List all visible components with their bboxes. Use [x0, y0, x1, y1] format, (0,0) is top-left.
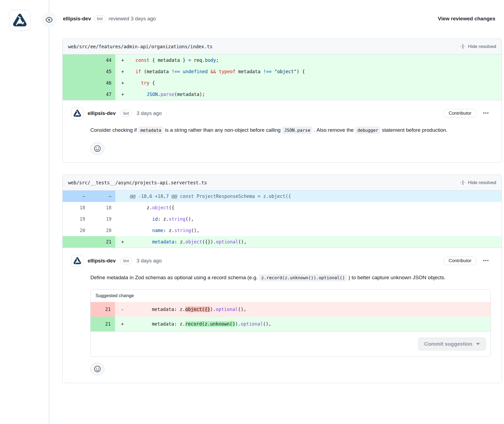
hide-resolved-label: Hide resolved [468, 180, 496, 185]
view-reviewed-changes-link[interactable]: View reviewed changes [438, 16, 495, 22]
inline-code: debugger [355, 127, 380, 134]
review-comment: ellipsis-dev bot 3 days ago Contributor … [63, 248, 502, 383]
fold-icon [460, 180, 465, 185]
comment-timestamp[interactable]: 3 days ago [136, 110, 162, 116]
comment-header: ellipsis-dev bot 3 days ago Contributor [71, 107, 491, 119]
add-reaction-button[interactable] [90, 142, 104, 155]
suggestion-diff: 21- metadata: z.object({}).optional(),21… [91, 302, 490, 331]
review-author[interactable]: ellipsis-dev [63, 16, 91, 22]
line-number: 21 [89, 236, 115, 248]
code-line: id: z.string(), [115, 213, 502, 225]
code-line: name: z.string(), [115, 225, 502, 236]
suggestion-footer: Commit suggestion [91, 331, 490, 356]
diff-sign: + [115, 77, 130, 89]
line-number: 19 [63, 213, 89, 225]
diff-row: 2020 name: z.string(), [63, 225, 502, 236]
file-path-link[interactable]: web/src/__tests__/async/projects-api.ser… [68, 180, 207, 185]
smiley-icon [94, 365, 101, 372]
diff-block: 44+ const { metadata } = req.body;45+ if… [63, 54, 502, 100]
commit-suggestion-label: Commit suggestion [424, 341, 472, 347]
avatar[interactable] [9, 10, 30, 31]
fold-icon [460, 44, 465, 49]
diff-row: ⋯⋯@@ -18,6 +18,7 @@ const ProjectRespons… [63, 191, 502, 202]
code-line: @@ -18,6 +18,7 @@ const ProjectResponseS… [115, 191, 502, 202]
hide-resolved-label: Hide resolved [468, 44, 496, 49]
suggested-change-box: Suggested change 21- metadata: z.object(… [90, 289, 491, 357]
diff-sign: - [115, 302, 130, 317]
bot-badge: bot [120, 110, 132, 117]
line-number: ⋯ [89, 191, 115, 202]
inline-code: metadata [138, 127, 163, 134]
diff-row: 47+ JSON.parse(metadata); [63, 89, 502, 100]
comment-author[interactable]: ellipsis-dev [88, 258, 116, 264]
review-comment: ellipsis-dev bot 3 days ago Contributor … [63, 100, 502, 162]
bot-badge: bot [94, 15, 106, 22]
code-line: + try { [115, 77, 502, 89]
comment-author[interactable]: ellipsis-dev [88, 110, 116, 116]
comment-header: ellipsis-dev bot 3 days ago Contributor [71, 255, 491, 267]
smiley-icon [94, 145, 101, 152]
review-thread-card: web/src/ee/features/admin-api/organizati… [62, 38, 502, 163]
suggested-change-title: Suggested change [91, 290, 490, 302]
inline-code: JSON.parse [282, 127, 312, 134]
avatar[interactable] [71, 255, 83, 267]
file-path-link[interactable]: web/src/ee/features/admin-api/organizati… [68, 44, 212, 49]
diff-sign: + [115, 54, 130, 66]
diff-row: 21- metadata: z.object({}).optional(), [91, 302, 490, 317]
avatar[interactable] [71, 107, 83, 119]
code-line: + if (metadata !== undefined && typeof m… [115, 66, 502, 77]
ellipsis-logo-icon [12, 13, 27, 28]
line-number: 20 [89, 225, 115, 236]
line-number: 44 [89, 54, 115, 66]
code-line: + JSON.parse(metadata); [115, 89, 502, 100]
line-number: 45 [89, 66, 115, 77]
line-number: 19 [89, 213, 115, 225]
code-line: + metadata: z.record(z.unknown()).option… [115, 317, 490, 331]
line-number: ⋯ [63, 191, 89, 202]
diff-sign: + [115, 236, 130, 248]
diff-row: 1818 z.object({ [63, 202, 502, 213]
diff-row: 46+ try { [63, 77, 502, 89]
kebab-menu-icon[interactable] [481, 109, 491, 118]
add-reaction-button[interactable] [90, 363, 104, 375]
review-meta: reviewed 3 days ago [109, 16, 156, 22]
pull-request-review-timeline: ellipsis-dev bot reviewed 3 days ago Vie… [0, 0, 504, 424]
inline-code: z.record(z.unknown()).optional() [259, 274, 347, 281]
diff-row: 21+ metadata: z.object({}).optional(), [63, 236, 502, 248]
review-thread-card: web/src/__tests__/async/projects-api.ser… [62, 175, 502, 383]
line-number: 18 [89, 202, 115, 213]
line-number [63, 89, 89, 100]
line-number: 21 [91, 302, 115, 317]
comment-timestamp[interactable]: 3 days ago [136, 258, 162, 264]
code-line: z.object({ [115, 202, 502, 213]
comment-body: Consider checking if metadata is a strin… [90, 124, 491, 136]
line-number: 20 [63, 225, 89, 236]
diff-block: ⋯⋯@@ -18,6 +18,7 @@ const ProjectRespons… [63, 191, 502, 248]
line-number [63, 236, 89, 248]
thread-file-header: web/src/ee/features/admin-api/organizati… [63, 39, 502, 54]
kebab-menu-icon[interactable] [481, 256, 491, 266]
timeline-line [49, 0, 49, 424]
diff-row: 45+ if (metadata !== undefined && typeof… [63, 66, 502, 77]
contributor-badge: Contributor [444, 109, 477, 118]
hide-resolved-button[interactable]: Hide resolved [460, 44, 496, 49]
hide-resolved-button[interactable]: Hide resolved [460, 180, 496, 185]
review-header: ellipsis-dev bot reviewed 3 days ago Vie… [0, 0, 504, 38]
line-number: 18 [63, 202, 89, 213]
chevron-down-icon [476, 343, 480, 345]
code-line: + const { metadata } = req.body; [115, 54, 502, 66]
line-number: 21 [91, 317, 115, 331]
thread-file-header: web/src/__tests__/async/projects-api.ser… [63, 175, 502, 191]
code-line: - metadata: z.object({}).optional(), [115, 302, 490, 317]
diff-sign: + [115, 66, 130, 77]
bot-badge: bot [120, 257, 132, 264]
contributor-badge: Contributor [444, 256, 477, 265]
comment-body: Define metadata in Zod schemas as option… [90, 272, 491, 284]
line-number [63, 54, 89, 66]
line-number [63, 77, 89, 89]
diff-row: 1919 id: z.string(), [63, 213, 502, 225]
diff-sign: + [115, 89, 130, 100]
commit-suggestion-button[interactable]: Commit suggestion [418, 338, 486, 351]
code-line: + metadata: z.object({}).optional(), [115, 236, 502, 248]
diff-sign: + [115, 317, 130, 331]
